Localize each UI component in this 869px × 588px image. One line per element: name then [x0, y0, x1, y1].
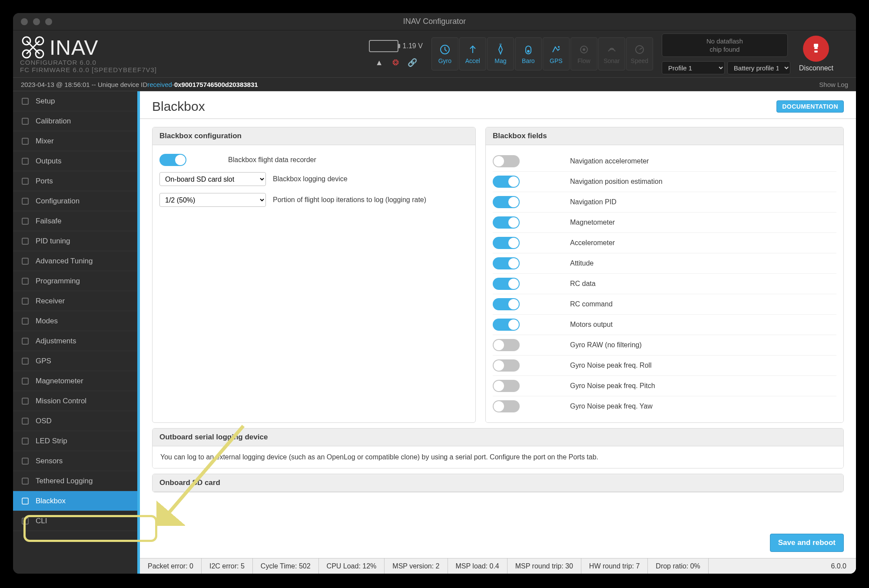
titlebar: INAV Configurator	[13, 13, 856, 30]
svg-rect-27	[22, 398, 28, 404]
fields-panel: Blackbox fields Navigation accelerometer…	[485, 127, 844, 423]
field-toggle[interactable]	[493, 319, 520, 331]
status-i2c: I2C error: 5	[202, 558, 253, 574]
sidebar-item-adjustments[interactable]: Adjustments	[13, 331, 137, 351]
field-label: Attitude	[570, 259, 594, 267]
status-hwr: HW round trip: 7	[581, 558, 648, 574]
firmware-version: FC FIRMWARE 6.0.0 [SPEEDYBEEF7V3]	[20, 66, 157, 73]
sidebar-item-programming[interactable]: Programming	[13, 271, 137, 291]
config-panel: Blackbox configuration Blackbox flight d…	[152, 127, 476, 423]
sidebar-item-blackbox[interactable]: Blackbox	[13, 491, 137, 511]
sidebar-item-advanced-tuning[interactable]: Advanced Tuning	[13, 251, 137, 271]
traffic-min[interactable]	[33, 18, 40, 25]
content-area: Blackbox DOCUMENTATION Blackbox configur…	[137, 91, 856, 574]
sidebar-item-mixer[interactable]: Mixer	[13, 131, 137, 151]
configurator-version: CONFIGURATOR 6.0.0	[20, 59, 157, 66]
sidebar: SetupCalibrationMixerOutputsPortsConfigu…	[13, 91, 137, 574]
field-row: Navigation position estimation	[493, 172, 836, 192]
field-toggle[interactable]	[493, 176, 520, 188]
usb-disconnect-icon	[803, 36, 829, 62]
warning-icon[interactable]: ▲	[374, 57, 385, 68]
link-icon[interactable]: 🔗	[407, 57, 418, 68]
sidebar-item-magnetometer[interactable]: Magnetometer	[13, 371, 137, 391]
svg-point-6	[558, 46, 560, 48]
sidebar-item-sensors[interactable]: Sensors	[13, 451, 137, 471]
svg-rect-12	[22, 98, 28, 104]
field-row: Navigation PID	[493, 192, 836, 213]
sidebar-item-ports[interactable]: Ports	[13, 171, 137, 191]
battery-icon	[369, 40, 398, 52]
svg-rect-25	[22, 358, 28, 364]
status-mspl: MSP load: 0.4	[448, 558, 507, 574]
save-reboot-button[interactable]: Save and reboot	[770, 534, 844, 552]
svg-rect-26	[22, 378, 28, 384]
sidebar-item-gps[interactable]: GPS	[13, 351, 137, 371]
sidebar-item-tethered-logging[interactable]: Tethered Logging	[13, 471, 137, 491]
field-toggle[interactable]	[493, 237, 520, 249]
field-toggle[interactable]	[493, 339, 520, 351]
svg-rect-29	[22, 438, 28, 444]
field-label: Gyro Noise peak freq. Pitch	[570, 382, 655, 390]
recorder-toggle[interactable]	[159, 154, 186, 166]
field-label: Navigation position estimation	[570, 178, 663, 186]
disconnect-button[interactable]: Disconnect	[799, 36, 833, 72]
field-toggle[interactable]	[493, 359, 520, 372]
show-log-link[interactable]: Show Log	[819, 81, 848, 88]
svg-rect-15	[22, 158, 28, 164]
sidebar-item-modes[interactable]: Modes	[13, 311, 137, 331]
traffic-max[interactable]	[45, 18, 52, 25]
field-row: Attitude	[493, 253, 836, 274]
profile-select[interactable]: Profile 1	[662, 61, 725, 74]
field-toggle[interactable]	[493, 400, 520, 412]
svg-rect-20	[22, 258, 28, 264]
sensor-speed: Speed	[626, 37, 653, 70]
field-label: Navigation PID	[570, 198, 617, 206]
status-version: 6.0.0	[831, 562, 856, 570]
field-toggle[interactable]	[493, 298, 520, 310]
sidebar-item-failsafe[interactable]: Failsafe	[13, 211, 137, 231]
traffic-close[interactable]	[21, 18, 28, 25]
sidebar-item-led-strip[interactable]: LED Strip	[13, 431, 137, 451]
sidebar-item-mission-control[interactable]: Mission Control	[13, 391, 137, 411]
field-row: Gyro Noise peak freq. Yaw	[493, 396, 836, 416]
field-row: Magnetometer	[493, 213, 836, 233]
field-toggle[interactable]	[493, 278, 520, 290]
status-mspv: MSP version: 2	[385, 558, 448, 574]
sidebar-item-cli[interactable]: CLI	[13, 511, 137, 531]
sensor-sonar: Sonar	[598, 37, 625, 70]
sidebar-item-pid-tuning[interactable]: PID tuning	[13, 231, 137, 251]
sidebar-item-setup[interactable]: Setup	[13, 91, 137, 111]
sidebar-item-outputs[interactable]: Outputs	[13, 151, 137, 171]
field-row: Gyro Noise peak freq. Roll	[493, 355, 836, 376]
svg-rect-19	[22, 238, 28, 244]
field-label: Magnetometer	[570, 219, 615, 226]
svg-rect-31	[22, 478, 28, 484]
svg-point-5	[527, 50, 530, 53]
field-toggle[interactable]	[493, 196, 520, 208]
svg-rect-33	[22, 518, 28, 524]
battery-profile-select[interactable]: Battery profile 1	[727, 61, 790, 74]
sidebar-item-calibration[interactable]: Calibration	[13, 111, 137, 131]
sidebar-item-receiver[interactable]: Receiver	[13, 291, 137, 311]
sidebar-item-osd[interactable]: OSD	[13, 411, 137, 431]
sidebar-item-configuration[interactable]: Configuration	[13, 191, 137, 211]
field-toggle[interactable]	[493, 257, 520, 269]
svg-rect-30	[22, 458, 28, 464]
dataflash-status: No dataflashchip found	[662, 33, 788, 57]
parachute-icon[interactable]: ❂	[391, 57, 401, 68]
header: INAV CONFIGURATOR 6.0.0 FC FIRMWARE 6.0.…	[13, 30, 856, 77]
field-label: RC data	[570, 280, 596, 288]
svg-rect-28	[22, 418, 28, 424]
field-row: Navigation accelerometer	[493, 151, 836, 172]
status-cpu: CPU Load: 12%	[319, 558, 385, 574]
logging-rate-select[interactable]: 1/2 (50%)	[159, 193, 266, 207]
sd-panel: Onboard SD card	[152, 474, 844, 492]
field-toggle[interactable]	[493, 155, 520, 167]
field-toggle[interactable]	[493, 216, 520, 229]
sensor-baro: Baro	[515, 37, 542, 70]
status-cycle: Cycle Time: 502	[253, 558, 319, 574]
logging-device-select[interactable]: On-board SD card slot	[159, 172, 266, 186]
field-toggle[interactable]	[493, 380, 520, 392]
documentation-button[interactable]: DOCUMENTATION	[776, 100, 844, 113]
sensor-gps: GPS	[543, 37, 570, 70]
